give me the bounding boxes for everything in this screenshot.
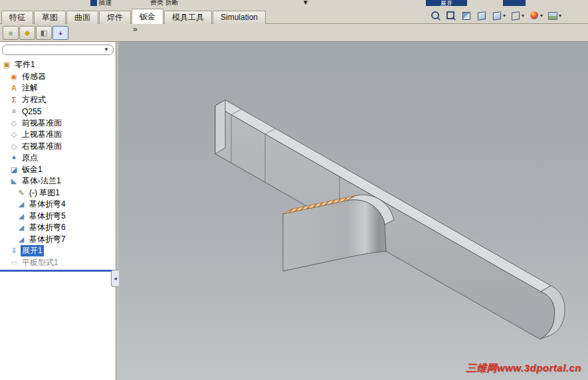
zoom-to-area-icon[interactable] <box>446 11 456 21</box>
propertymanager-tab[interactable]: ◆ <box>19 26 35 40</box>
commandmanager-tab-row: 特征草图曲面焊件钣金模具工具Simulation ▾▾▾▾ <box>0 6 588 24</box>
tree-item-label: 平板型式1 <box>21 257 60 268</box>
tree-item-front-plane[interactable]: ◇前视基准面 <box>0 118 116 130</box>
tab-sketch[interactable]: 草图 <box>34 11 66 24</box>
view-orientation-icon-glyph <box>476 11 487 21</box>
toolbar-overflow-chevron[interactable]: » <box>133 25 138 34</box>
tree-item-label: 基体-法兰1 <box>21 175 62 187</box>
feature-tree: ▣零件1◉传感器A注解Σ方程式≡Q255◇前视基准面◇上视基准面◇右视基准面+原… <box>0 59 116 268</box>
tree-item-label: 基体折弯7 <box>28 234 67 245</box>
zoom-in-out-icon[interactable] <box>431 11 441 21</box>
ribbon-fragment-caret: ▼ <box>302 0 309 5</box>
tree-item-sensors[interactable]: ◉传感器 <box>0 71 116 83</box>
bend-icon: ◢ <box>17 200 26 209</box>
edit-appearance-icon-glyph <box>529 11 539 21</box>
watermark-text: 三维网www.3dportal.cn <box>466 362 581 375</box>
tree-item-base-bend6[interactable]: ◢基体折弯6 <box>0 222 116 234</box>
tree-item-material[interactable]: ≡Q255 <box>0 106 116 118</box>
plane-icon: ◇ <box>9 142 19 151</box>
tab-features[interactable]: 特征 <box>1 11 33 24</box>
tab-surfaces[interactable]: 曲面 <box>66 11 98 24</box>
tree-item-sheet-metal1[interactable]: ◪钣金1 <box>0 164 116 176</box>
hide-show-items-icon-dropdown[interactable]: ▾ <box>522 13 524 19</box>
tree-item-sketch1[interactable]: ✎(-) 草图1 <box>0 187 116 199</box>
edit-appearance-icon[interactable]: ▾ <box>529 11 543 21</box>
tree-item-annotations[interactable]: A注解 <box>0 82 116 94</box>
panel-collapse-button[interactable]: ◂ <box>111 270 119 287</box>
apply-scene-icon[interactable]: ▾ <box>547 11 561 21</box>
view-orientation-icon[interactable] <box>476 11 487 21</box>
part-3d-view[interactable] <box>118 42 588 380</box>
tab-sheet-metal[interactable]: 钣金 <box>132 9 163 24</box>
secondary-toolbar-row: ≡◆◧+ » <box>0 24 588 41</box>
tree-item-right-plane[interactable]: ◇右视基准面 <box>0 141 116 153</box>
tree-item-equations[interactable]: Σ方程式 <box>0 94 116 106</box>
display-style-icon-dropdown[interactable]: ▾ <box>503 13 506 19</box>
tree-item-label: 注解 <box>21 82 39 94</box>
section-view-icon[interactable] <box>461 11 472 21</box>
tree-item-unfold1[interactable]: ⇩展开1 <box>0 245 116 257</box>
ribbon-clipped-row: 插速费类 折断▼展开 <box>0 0 588 6</box>
tree-item-part1[interactable]: ▣零件1 <box>0 59 116 71</box>
unfold-icon: ⇩ <box>9 246 19 255</box>
tab-simulation[interactable]: Simulation <box>213 11 266 24</box>
tree-header-arrow-icon[interactable]: ▼ <box>104 46 109 54</box>
tree-item-label: 原点 <box>21 152 39 163</box>
part-icon: ▣ <box>2 60 11 69</box>
ribbon-fragment-text-2: 费类 折断 <box>150 0 179 5</box>
bend-icon: ◢ <box>17 235 26 244</box>
base-flange-icon: ◣ <box>9 177 19 185</box>
annotations-icon: A <box>9 84 19 92</box>
tree-panel-header[interactable]: ▼ <box>2 45 114 55</box>
tab-weldments[interactable]: 焊件 <box>99 11 131 24</box>
configurationmanager-tab[interactable]: ◧ <box>36 26 52 40</box>
tree-item-label: 零件1 <box>13 59 37 70</box>
tree-item-label: 上视基准面 <box>21 129 63 140</box>
tree-item-label: (-) 草图1 <box>28 187 61 199</box>
tree-item-origin[interactable]: +原点 <box>0 152 116 164</box>
flat-pattern-icon: ▭ <box>9 258 19 267</box>
rollback-bar[interactable] <box>0 270 114 272</box>
tab-mold-tools[interactable]: 模具工具 <box>164 11 212 24</box>
display-style-icon-glyph <box>492 11 502 21</box>
zoom-in-out-icon-glyph <box>431 11 441 21</box>
part-wall-top-face[interactable] <box>215 100 551 292</box>
tree-item-base-bend5[interactable]: ◢基体折弯5 <box>0 211 116 223</box>
bend-icon: ◢ <box>17 223 26 232</box>
graphics-viewport[interactable]: 三维网www.3dportal.cn <box>118 42 588 380</box>
tree-item-label: 右视基准面 <box>21 141 63 152</box>
ribbon-fragment-unfold-button: 展开 <box>426 0 467 6</box>
solidworks-window: 插速费类 折断▼展开 特征草图曲面焊件钣金模具工具Simulation ▾▾▾▾… <box>0 0 588 380</box>
plane-icon: ◇ <box>9 119 19 128</box>
sensors-icon: ◉ <box>9 72 19 81</box>
ribbon-fragment-block-1 <box>90 0 97 6</box>
commandmanager-tabs: 特征草图曲面焊件钣金模具工具Simulation <box>1 9 266 24</box>
featuremanager-tab[interactable]: ≡ <box>3 26 19 40</box>
zoom-to-area-icon-glyph <box>446 11 456 21</box>
tree-item-label: 前视基准面 <box>21 118 63 129</box>
manager-panel-tabs: ≡◆◧+ <box>3 26 68 40</box>
tree-item-label: 展开1 <box>21 245 44 256</box>
dimxpertmanager-tab[interactable]: + <box>52 26 68 40</box>
edit-appearance-icon-dropdown[interactable]: ▾ <box>540 13 543 19</box>
tree-item-label: Q255 <box>21 107 43 116</box>
tree-item-base-bend7[interactable]: ◢基体折弯7 <box>0 234 116 246</box>
ribbon-fragment-block-2 <box>503 0 526 6</box>
main-area: ▼ ▣零件1◉传感器A注解Σ方程式≡Q255◇前视基准面◇上视基准面◇右视基准面… <box>0 41 588 380</box>
tree-item-flat-pattern1[interactable]: ▭平板型式1 <box>0 257 116 269</box>
display-style-icon[interactable]: ▾ <box>492 11 506 21</box>
tree-item-base-bend4[interactable]: ◢基体折弯4 <box>0 199 116 211</box>
tree-item-label: 基体折弯4 <box>28 199 67 210</box>
section-view-icon-glyph <box>461 11 472 21</box>
tree-item-base-flange1[interactable]: ◣基体-法兰1 <box>0 175 116 187</box>
hide-show-items-icon[interactable]: ▾ <box>510 11 524 21</box>
apply-scene-icon-glyph <box>547 11 558 21</box>
equations-icon: Σ <box>9 96 19 104</box>
apply-scene-icon-dropdown[interactable]: ▾ <box>559 13 561 19</box>
plane-icon: ◇ <box>9 130 19 139</box>
tree-item-label: 方程式 <box>21 94 47 106</box>
part-wall-left-end-face[interactable] <box>215 100 225 154</box>
sheet-metal-icon: ◪ <box>9 165 19 174</box>
material-icon: ≡ <box>9 107 19 116</box>
tree-item-top-plane[interactable]: ◇上视基准面 <box>0 129 116 141</box>
